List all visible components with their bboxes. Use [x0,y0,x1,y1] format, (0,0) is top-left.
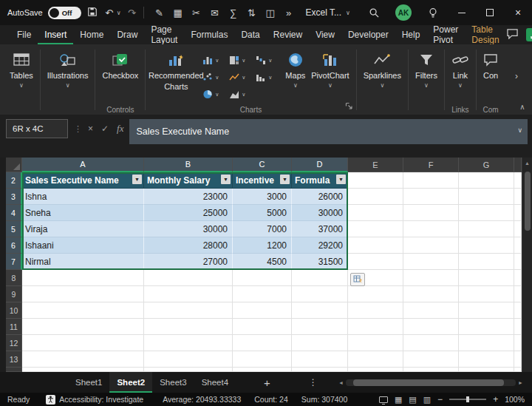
select-all-corner[interactable] [6,158,22,172]
cell[interactable] [22,286,144,302]
table-header-cell[interactable]: Sales Executive Name▼ [22,172,144,189]
sheet-tab-sheet1[interactable]: Sheet1 [68,372,109,393]
cell[interactable] [348,237,403,254]
cell[interactable]: 25000 [144,205,233,221]
tips-lightbulb-icon[interactable] [418,0,448,25]
minimize-button[interactable] [448,0,476,25]
scatter-chart-button[interactable]: ∨ [202,72,229,82]
cell[interactable] [403,335,459,351]
zoom-in-button[interactable]: + [493,394,498,405]
undo-chevron-icon[interactable]: ∨ [117,10,121,16]
tab-help[interactable]: Help [395,25,427,44]
cell[interactable] [514,270,522,286]
cell[interactable] [459,237,514,254]
column-chart-button[interactable]: ∨ [202,55,229,65]
cell[interactable]: 5000 [233,205,292,221]
mail-icon[interactable]: ✉ [209,7,221,18]
sheet-options-icon[interactable]: ⋮ [309,377,318,388]
column-header-G[interactable]: G [459,158,514,172]
collapse-ribbon-icon[interactable]: ∧ [516,101,529,112]
sort-icon[interactable]: ⇅ [246,7,258,18]
cell[interactable] [348,254,403,270]
cell[interactable] [459,302,514,319]
tab-developer[interactable]: Developer [341,25,395,44]
row-header-13[interactable]: 13 [6,351,22,368]
cell[interactable] [514,205,522,221]
cell[interactable]: 28000 [144,237,233,254]
cell[interactable]: Viraja [22,221,144,237]
tab-file[interactable]: File [10,25,38,44]
cell[interactable]: 3000 [233,189,292,205]
charts-dialog-launcher-icon[interactable] [345,100,353,113]
cell[interactable] [459,286,514,302]
cell[interactable] [233,286,292,302]
cell[interactable] [459,335,514,351]
column-header-B[interactable]: B [144,158,233,172]
cell[interactable]: 29200 [292,237,348,254]
row-header-6[interactable]: 6 [6,237,22,254]
cell[interactable] [514,302,522,319]
tab-draw[interactable]: Draw [110,25,144,44]
redo-button[interactable]: ↷ [126,7,138,18]
window-icon[interactable]: ◫ [265,7,276,18]
link-button[interactable]: Link ∨ [449,48,472,91]
sparklines-button[interactable]: Sparklines ∨ [361,48,404,91]
tab-table-design[interactable]: Table Design [465,25,505,44]
row-header-8[interactable]: 8 [6,270,22,286]
cell[interactable] [348,221,403,237]
cell[interactable]: 26000 [292,189,348,205]
line-chart-button[interactable]: ∨ [229,72,256,82]
cell[interactable] [514,319,522,335]
row-header-9[interactable]: 9 [6,286,22,302]
column-header-D[interactable]: D [292,158,348,172]
cell[interactable]: Ishna [22,189,144,205]
cell[interactable] [348,172,403,189]
table-header-cell[interactable]: Incentive▼ [233,172,292,189]
display-settings-icon[interactable] [379,396,388,403]
status-count[interactable]: Count: 24 [254,395,288,404]
cell[interactable] [22,351,144,368]
save-icon[interactable] [86,7,98,19]
histogram-chart-button[interactable]: ∨ [256,72,282,82]
filters-button[interactable]: Filters ∨ [412,48,440,91]
name-box-splitter-icon[interactable]: ⋮ [74,119,82,138]
cell[interactable] [514,172,522,189]
row-header-11[interactable]: 11 [6,319,22,335]
area-chart-button[interactable]: ∨ [229,89,256,99]
filter-dropdown-icon[interactable]: ▼ [132,175,142,184]
illustrations-button[interactable]: Illustrations ∨ [44,48,92,91]
zoom-slider-thumb[interactable] [466,396,469,402]
vertical-scrollbar-thumb[interactable] [525,172,531,231]
normal-view-icon[interactable]: ▦ [395,395,402,405]
cell[interactable]: 1200 [233,237,292,254]
cell[interactable] [348,302,403,319]
cell[interactable] [459,351,514,368]
autosum-icon[interactable]: ∑ [228,7,239,18]
qat-overflow-button[interactable]: » [283,7,295,18]
cell[interactable]: Sneha [22,205,144,221]
column-header-partial[interactable] [514,158,522,172]
sheet-tab-sheet3[interactable]: Sheet3 [152,372,194,393]
row-header-2[interactable]: 2 [6,172,22,189]
cell[interactable] [144,286,233,302]
column-header-C[interactable]: C [233,158,292,172]
cell[interactable] [403,302,459,319]
cancel-button[interactable]: × [88,124,93,134]
zoom-level[interactable]: 100% [505,395,525,404]
table-icon[interactable]: ▦ [172,7,184,18]
cell[interactable] [514,351,522,368]
cell[interactable] [292,335,348,351]
ribbon-scroll-right-button[interactable]: › [511,52,522,100]
cell[interactable]: Ishaani [22,237,144,254]
vertical-scrollbar[interactable]: ▲ [522,158,532,372]
cell[interactable] [233,319,292,335]
tab-page-layout[interactable]: Page Layout [144,25,184,44]
cell[interactable] [403,205,459,221]
cell[interactable] [459,172,514,189]
name-box[interactable]: 6R x 4C [6,119,68,138]
cell[interactable]: 4500 [233,254,292,270]
row-header-10[interactable]: 10 [6,302,22,319]
row-header-7[interactable]: 7 [6,254,22,270]
cell[interactable]: Nirmal [22,254,144,270]
zoom-out-button[interactable]: − [437,394,443,405]
